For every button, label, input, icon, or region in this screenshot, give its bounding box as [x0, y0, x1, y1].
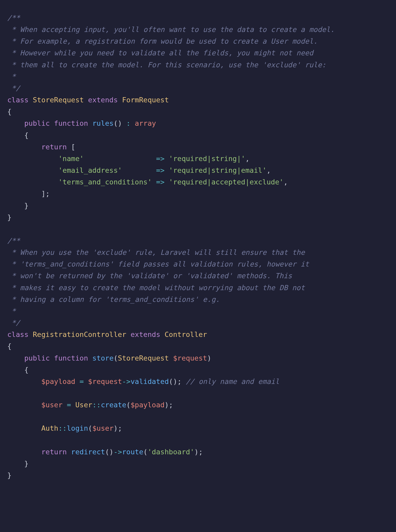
keyword-return: return — [41, 143, 67, 151]
paren: ) — [165, 401, 169, 409]
docblock-comment: /** — [7, 14, 20, 22]
array-key: 'email_address' — [58, 166, 122, 174]
bracket: [ — [71, 143, 75, 151]
paren: ) — [207, 354, 211, 362]
array-key: 'terms_and_conditions' — [58, 178, 152, 186]
method-call: validated — [131, 377, 169, 385]
docblock-comment: */ — [7, 319, 20, 327]
variable: $payload — [41, 377, 75, 385]
brace: { — [24, 131, 28, 139]
keyword-extends: extends — [131, 330, 160, 338]
docblock-comment: * makes it easy to create the model with… — [7, 284, 305, 292]
class-name: FormRequest — [122, 96, 169, 104]
rule-string: 'required|string|' — [169, 155, 245, 163]
semicolon: ; — [177, 377, 182, 385]
brace: { — [24, 366, 28, 374]
arrow: -> — [113, 448, 122, 456]
method-call: route — [122, 448, 143, 456]
docblock-comment: * When accepting input, you'll often wan… — [7, 25, 334, 34]
brace: } — [24, 460, 28, 468]
keyword-return: return — [41, 448, 67, 456]
function-call: redirect — [71, 448, 105, 456]
brace: } — [24, 202, 28, 210]
keyword-public: public — [24, 354, 50, 362]
keyword-function: function — [54, 119, 88, 127]
brace: } — [7, 471, 11, 479]
bracket-close: ]; — [41, 190, 50, 198]
docblock-comment: * won't be returned by the 'validate' or… — [7, 272, 292, 280]
keyword-function: function — [54, 354, 88, 362]
paren: ) — [113, 424, 118, 432]
parens: () — [113, 119, 122, 127]
class-name: Controller — [165, 330, 207, 338]
function-name: store — [92, 354, 113, 362]
variable: $request — [173, 354, 207, 362]
method-call: create — [101, 401, 126, 409]
rule-string: 'required|string|email' — [169, 166, 266, 174]
double-colon: :: — [92, 401, 101, 409]
brace: { — [7, 108, 11, 116]
class-name: RegistrationController — [33, 330, 126, 338]
type-colon: : — [122, 119, 135, 127]
array-key: 'name' — [58, 155, 84, 163]
method-call: login — [67, 424, 88, 432]
fat-arrow: => — [156, 155, 165, 163]
function-name: rules — [92, 119, 113, 127]
comma: , — [267, 166, 271, 174]
comma: , — [245, 155, 250, 163]
semicolon: ; — [199, 448, 203, 456]
rule-string: 'required|accepted|exclude' — [169, 178, 284, 186]
docblock-comment: * having a column for 'terms_and_conditi… — [7, 295, 220, 303]
docblock-comment: * For example, a registration form would… — [7, 37, 318, 45]
parens: () — [169, 377, 177, 385]
keyword-class: class — [7, 330, 29, 338]
assign: = — [63, 401, 75, 409]
docblock-comment: * However while you need to validate all… — [7, 49, 313, 57]
variable: $request — [88, 377, 122, 385]
paren: ( — [126, 401, 130, 409]
string-literal: 'dashboard' — [147, 448, 194, 456]
variable: $payload — [131, 401, 165, 409]
paren: ( — [143, 448, 147, 456]
parens: () — [105, 448, 114, 456]
semicolon: ; — [118, 424, 122, 432]
docblock-comment: * When you use the 'exclude' rule, Larav… — [7, 248, 305, 256]
return-type: array — [135, 119, 156, 127]
arrow: -> — [122, 377, 131, 385]
variable: $user — [41, 401, 63, 409]
semicolon: ; — [169, 401, 173, 409]
docblock-comment: * them all to create the model. For this… — [7, 61, 326, 69]
docblock-comment: /** — [7, 237, 20, 245]
keyword-extends: extends — [88, 96, 118, 104]
paren: ) — [194, 448, 198, 456]
code-block: /** * When accepting input, you'll often… — [0, 0, 396, 493]
assign: = — [75, 377, 88, 385]
comma: , — [284, 178, 288, 186]
docblock-comment: * — [7, 72, 16, 81]
docblock-comment: */ — [7, 84, 20, 92]
class-name: User — [75, 401, 92, 409]
fat-arrow: => — [156, 166, 165, 174]
class-name: Auth — [41, 424, 58, 432]
docblock-comment: * — [7, 307, 16, 315]
variable: $user — [92, 424, 113, 432]
keyword-class: class — [7, 96, 29, 104]
param-type: StoreRequest — [118, 354, 169, 362]
inline-comment: // only name and email — [186, 377, 279, 385]
brace: } — [7, 213, 11, 221]
paren: ( — [88, 424, 92, 432]
docblock-comment: * 'terms_and_conditions' field passes al… — [7, 260, 309, 268]
keyword-public: public — [24, 119, 50, 127]
brace: { — [7, 342, 11, 350]
class-name: StoreRequest — [33, 96, 84, 104]
double-colon: :: — [58, 424, 67, 432]
paren: ( — [113, 354, 118, 362]
fat-arrow: => — [156, 178, 165, 186]
